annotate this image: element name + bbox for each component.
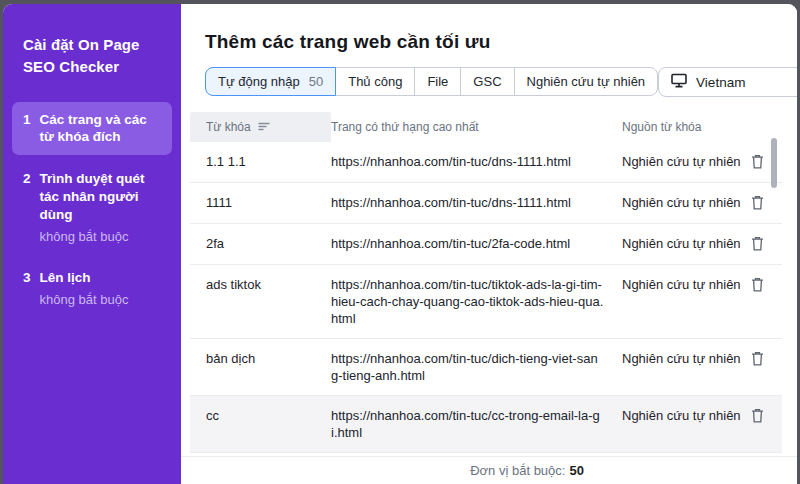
column-header-source: Nguồn từ khóa — [622, 120, 750, 134]
wizard-title: Cài đặt On Page SEO Checker — [12, 34, 172, 78]
column-header-keyword[interactable]: Từ khóa — [190, 112, 331, 142]
trash-icon — [751, 239, 764, 254]
trash-icon — [751, 280, 764, 295]
trash-icon — [751, 198, 764, 213]
table-row: 1111 https://nhanhoa.com/tin-tuc/dns-111… — [190, 182, 782, 223]
tab-label: File — [427, 74, 448, 89]
import-mode-tab[interactable]: Tự động nhập50 — [205, 67, 336, 96]
tab-label: GSC — [473, 74, 501, 89]
table-row: bản dịch https://nhanhoa.com/tin-tuc/dic… — [190, 338, 782, 395]
keyword-cell: bản dịch — [190, 350, 331, 384]
delete-row-button[interactable] — [750, 276, 765, 294]
top-page-url-cell: https://nhanhoa.com/tin-tuc/2fa-code.htm… — [331, 235, 622, 253]
delete-row-button[interactable] — [750, 194, 765, 212]
table-row: ads tiktok https://nhanhoa.com/tin-tuc/t… — [190, 264, 782, 338]
step-number: 3 — [23, 269, 31, 308]
step-sublabel: không bắt buộc — [40, 291, 129, 308]
sidebar-step[interactable]: 3 Lên lịch không bắt buộc — [12, 260, 172, 317]
keyword-cell: 2fa — [190, 235, 331, 253]
table-row: cc https://nhanhoa.com/tin-tuc/cc-trong-… — [190, 395, 782, 452]
keyword-cell: 1111 — [190, 194, 331, 212]
table-body: 1.1 1.1 https://nhanhoa.com/tin-tuc/dns-… — [190, 142, 782, 456]
delete-row-button[interactable] — [750, 350, 765, 368]
step-number: 2 — [23, 170, 31, 245]
step-number: 1 — [23, 111, 31, 147]
table-row: 2fa https://nhanhoa.com/tin-tuc/2fa-code… — [190, 223, 782, 264]
trash-icon — [751, 411, 764, 426]
modal-backdrop[interactable]: Cài đặt On Page SEO Checker 1 Các trang … — [0, 0, 800, 484]
required-units-value: 50 — [569, 463, 583, 478]
trash-icon — [751, 354, 764, 369]
page-title: Thêm các trang web cần tối ưu — [205, 31, 797, 53]
top-page-url-cell: https://nhanhoa.com/tin-tuc/tiktok-ads-l… — [331, 276, 622, 327]
country-select-value: Vietnam — [696, 75, 745, 90]
desktop-icon — [671, 73, 687, 91]
keyword-source-cell: Nghiên cứu tự nhiên — [622, 194, 750, 212]
import-mode-tab[interactable]: Nghiên cứu tự nhiên — [514, 67, 659, 96]
table-scrollbar-thumb[interactable] — [771, 138, 777, 188]
step-sublabel: không bắt buộc — [40, 228, 164, 245]
tab-label: Tự động nhập — [218, 74, 300, 89]
sort-icon — [258, 120, 270, 134]
keyword-source-cell: Nghiên cứu tự nhiên — [622, 407, 750, 441]
import-mode-tab[interactable]: GSC — [460, 67, 514, 96]
keyword-source-cell: Nghiên cứu tự nhiên — [622, 276, 750, 327]
top-page-url-cell: https://nhanhoa.com/tin-tuc/dns-1111.htm… — [331, 153, 622, 171]
column-header-top-page: Trang có thứ hạng cao nhất — [331, 120, 622, 134]
top-page-url-cell: https://nhanhoa.com/tin-tuc/dich-tieng-v… — [331, 350, 622, 384]
table-header-row: Từ khóa Trang có thứ hạng cao nhất Nguồn… — [190, 112, 782, 142]
tab-label: Thủ công — [348, 74, 402, 89]
import-mode-tabs: Tự động nhập50 Thủ công File GSC Nghiên … — [205, 67, 658, 96]
sidebar-steps: 1 Các trang và các từ khóa đích 2 Trình … — [12, 102, 172, 317]
step-label: Trình duyệt quét tác nhân người dùng — [40, 171, 145, 222]
delete-row-button[interactable] — [750, 153, 765, 171]
sidebar-step[interactable]: 2 Trình duyệt quét tác nhân người dùng k… — [12, 161, 172, 254]
tab-count-badge: 50 — [309, 74, 323, 89]
top-page-url-cell: https://nhanhoa.com/tin-tuc/dns-1111.htm… — [331, 194, 622, 212]
country-select[interactable]: Vietnam — [658, 67, 797, 97]
trash-icon — [751, 157, 764, 172]
wizard-sidebar: Cài đặt On Page SEO Checker 1 Các trang … — [3, 4, 181, 484]
pages-table: Từ khóa Trang có thứ hạng cao nhất Nguồn… — [190, 112, 782, 456]
toolbar: Tự động nhập50 Thủ công File GSC Nghiên … — [205, 67, 797, 97]
delete-row-button[interactable] — [750, 407, 765, 425]
keyword-source-cell: Nghiên cứu tự nhiên — [622, 153, 750, 171]
step-label: Lên lịch — [40, 270, 91, 285]
step-label: Các trang và các từ khóa đích — [40, 112, 147, 145]
keyword-source-cell: Nghiên cứu tự nhiên — [622, 235, 750, 253]
keyword-cell: cc — [190, 407, 331, 441]
top-page-url-cell: https://nhanhoa.com/tin-tuc/cc-trong-ema… — [331, 407, 622, 441]
required-units-label: Đơn vị bắt buộc: — [470, 463, 565, 478]
import-mode-tab[interactable]: File — [414, 67, 461, 96]
delete-row-button[interactable] — [750, 235, 765, 253]
keyword-cell: 1.1 1.1 — [190, 153, 331, 171]
dialog-main: Thêm các trang web cần tối ưu Tự động nh… — [181, 4, 797, 484]
required-units-footer: Đơn vị bắt buộc:50 — [181, 456, 797, 484]
onpage-seo-checker-dialog: Cài đặt On Page SEO Checker 1 Các trang … — [3, 4, 797, 484]
keyword-cell: ads tiktok — [190, 276, 331, 327]
table-row: 1.1 1.1 https://nhanhoa.com/tin-tuc/dns-… — [190, 142, 782, 182]
sidebar-step[interactable]: 1 Các trang và các từ khóa đích — [12, 102, 172, 156]
tab-label: Nghiên cứu tự nhiên — [527, 74, 646, 89]
import-mode-tab[interactable]: Thủ công — [335, 67, 415, 96]
keyword-source-cell: Nghiên cứu tự nhiên — [622, 350, 750, 384]
